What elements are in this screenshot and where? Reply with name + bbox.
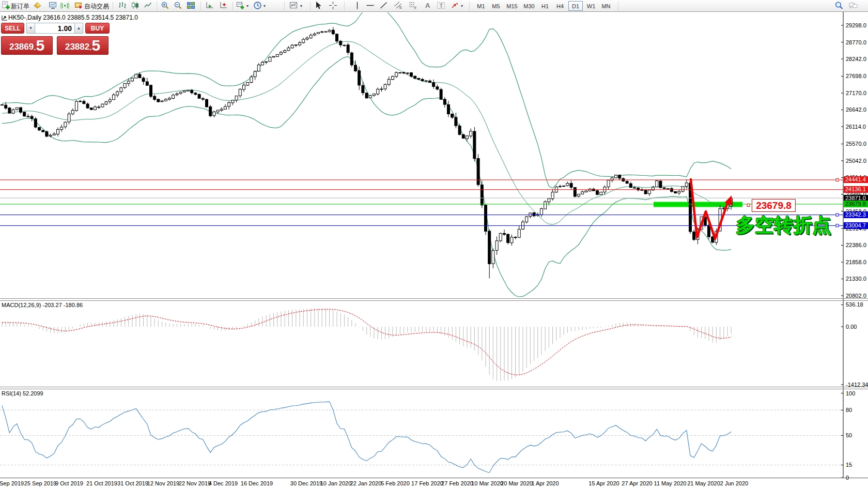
date-label: 25 Sep 2019 [24,480,56,486]
date-label: 10 Mar 2020 [471,480,503,486]
macd-label: MACD(12,26,9) -203.27 -180.86 [2,302,83,308]
price-level-tag-24441.4: 24441.4 [844,176,868,183]
price-level-tag-24136.1: 24136.1 [844,186,868,193]
bollinger-middle-band [2,41,731,224]
trend-arrow-annotation[interactable] [691,179,732,239]
date-label: 2 Jun 2020 [720,480,748,486]
macd-panel-chart [2,308,731,381]
sell-price-button[interactable]: 23869 . 5 [1,36,53,55]
panel-separator[interactable] [0,300,868,301]
price-level-tag-23004.7: 23004.7 [844,222,868,229]
buy-price-frac: 5 [91,38,100,53]
axis-tick-label: 20802.0 [846,293,866,299]
line-handle[interactable] [836,213,839,216]
axis-tick-label: 28770.0 [846,39,866,45]
buy-button[interactable]: BUY [85,23,110,34]
axis-tick-label: 29298.0 [846,22,866,28]
panel-separator[interactable] [0,298,868,299]
date-label: 27 Apr 2020 [622,480,652,486]
sell-button[interactable]: SELL [1,23,24,34]
date-label: 5 Feb 2020 [381,480,410,486]
panel-separator [0,478,868,478]
date-label: 20 Mar 2020 [501,480,533,486]
axis-tick-label: 50 [846,432,852,438]
buy-price-button[interactable]: 23882 . 5 [57,36,109,55]
date-label: 30 Dec 2019 [290,480,322,486]
axis-tick-label: 26114.0 [846,124,866,130]
candlestick-chart [1,5,733,297]
sell-price-int: 23869 [9,41,34,53]
axis-tick-label: 0.00 [846,324,857,330]
date-label: 11 May 2020 [654,480,687,486]
date-label: 31 Oct 2019 [117,480,148,486]
line-handle[interactable] [836,178,839,181]
axis-tick-label: -1412.34 [846,382,868,388]
turning-point-annotation[interactable]: 多空转折点 [736,212,831,238]
sell-price-frac: 5 [36,38,44,53]
axis-tick-label: 27698.0 [846,73,866,79]
macd-signal-line [2,309,731,375]
date-label: 9 Oct 2019 [55,480,83,486]
mt4-window: 新订单 自动交易 ▾ ▾ ▾ E F A T ▾ [0,0,868,488]
price-chart-canvas[interactable] [0,0,868,488]
price-level-tag-23679.8: 23679.8 [844,201,868,207]
date-label: 22 Nov 2019 [179,480,211,486]
axis-tick-label: 536.18 [846,301,863,308]
bollinger-lower-band [2,56,731,297]
rsi-line [2,402,731,473]
date-label: 22 Jan 2020 [350,480,382,486]
rsi-label: RSI(14) 52.2099 [2,390,43,396]
one-click-trading-panel: SELL ▼ ▲ BUY 23869 . 5 23882 . 5 [1,23,110,55]
date-label: 15 Apr 2020 [588,480,619,486]
axis-tick-label: 28242.0 [846,56,866,62]
rsi-panel-chart [0,402,843,473]
axis-tick-label: 21858.0 [846,259,866,265]
callout-handle[interactable] [747,204,750,207]
panel-separator[interactable] [0,387,868,387]
axis-tick-label: 22386.0 [846,242,866,248]
date-label: 1 Apr 2020 [531,480,559,486]
date-label: 27 Feb 2020 [441,480,473,486]
axis-tick-label: 15 [846,462,852,468]
volume-input[interactable] [35,23,74,34]
date-label: 4 Dec 2019 [209,480,238,486]
axis-tick-label: 80 [846,407,852,413]
volume-decrease-button[interactable]: ▼ [26,23,35,34]
date-label: 17 Feb 2020 [411,480,443,486]
axis-tick-label: 0 [846,475,849,481]
date-label: 21 Oct 2019 [86,480,117,486]
date-label: 10 Jan 2020 [320,480,352,486]
axis-tick-label: 25042.0 [846,158,866,164]
axis-tick-label: 27170.0 [846,90,866,96]
volume-increase-button[interactable]: ▲ [74,23,83,34]
date-label: 12 Nov 2019 [147,480,179,486]
date-label: 3 Sep 2019 [0,480,24,486]
axis-tick-label: 25570.0 [846,141,866,147]
panel-separator[interactable] [0,389,868,389]
axis-tick-label: 100 [846,390,855,396]
date-label: 16 Dec 2019 [241,480,273,486]
axis-tick-label: 26642.0 [846,106,866,113]
buy-price-int: 23882 [65,41,89,53]
axis-tick-label: 21330.0 [846,276,866,282]
line-handle[interactable] [836,224,839,227]
date-label: 21 May 2020 [687,480,720,486]
price-level-tag-23342.3: 23342.3 [844,211,868,218]
price-callout[interactable]: 23679.8 [752,199,796,212]
